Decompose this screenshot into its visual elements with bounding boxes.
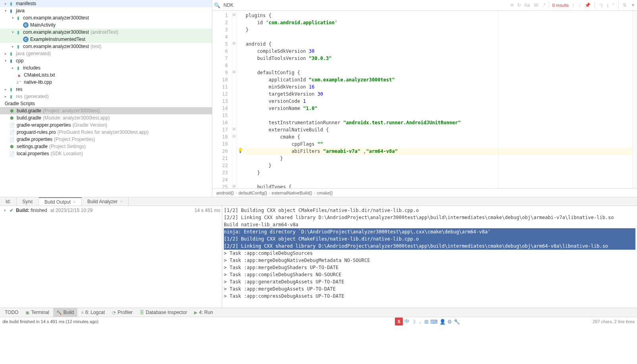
words-icon[interactable]: W (534, 2, 538, 8)
tree-build-gradle-project[interactable]: ⬢build.gradle(Project: analyzer3000test) (0, 107, 212, 114)
tab-profiler[interactable]: ◔Profiler (109, 308, 136, 317)
tab-todo[interactable]: TODO (2, 308, 21, 317)
terminal-icon: ▣ (25, 310, 29, 315)
gradle-icon: ⬢ (9, 115, 15, 121)
ime-grid-icon[interactable]: ⊞ (424, 319, 429, 325)
ime-comma-icon[interactable]: ， (418, 318, 423, 325)
file-icon: 📄 (9, 129, 15, 135)
tree-includes[interactable]: ▸▮includes (0, 64, 212, 71)
build-duration: 14 s 481 ms (194, 208, 220, 213)
filter-icon[interactable]: ▼ (631, 2, 635, 8)
gradle-icon: ⬢ (9, 108, 15, 114)
tree-pkg-androidtest[interactable]: ▾▮com.example.analyzer3000test(androidTe… (0, 29, 212, 36)
crumb-android[interactable]: android{} (216, 191, 234, 195)
gradle-icon: ⬢ (9, 143, 15, 150)
tree-pkg-test[interactable]: ▸▮com.example.analyzer3000test(test) (0, 43, 212, 50)
close-icon[interactable]: × (73, 199, 76, 205)
cpp-icon: c⁺ (16, 79, 22, 85)
tree-nativelib[interactable]: c⁺native-lib.cpp (0, 79, 212, 86)
error-stripe[interactable] (632, 11, 637, 188)
select-all-icon-2[interactable]: ⸢ (612, 2, 614, 8)
tree-res[interactable]: ▸▮res (0, 86, 212, 93)
results-count: 0 results (552, 3, 569, 8)
tab-database[interactable]: 🗄Database Inspector (137, 308, 190, 317)
profiler-icon: ◔ (112, 310, 116, 315)
annotation-gutter: 💡 (237, 11, 243, 188)
crumb-defaultconfig[interactable]: defaultConfig{} (239, 191, 267, 195)
status-bar: dle build finished in 14 s 491 ms (12 mi… (0, 317, 637, 326)
project-tree[interactable]: ▸▮manifests ▾▮java ▾▮com.example.analyze… (0, 0, 212, 197)
code-editor[interactable]: 1234567891011121314151617181920212223242… (212, 11, 637, 188)
tab-logcat[interactable]: ≡6: Logcat (78, 308, 108, 317)
selection-info: 297 chars, 2 line brea (593, 319, 635, 324)
ime-indicator[interactable]: S (395, 318, 403, 325)
line-gutter: 1234567891011121314151617181920212223242… (212, 11, 232, 188)
logcat-icon: ≡ (81, 310, 84, 315)
fold-gutter[interactable]: ⊟⊟⊟⊟⊟⊟ (232, 11, 237, 188)
tree-gradle-scripts[interactable]: Gradle Scripts (0, 100, 212, 107)
hammer-icon: 🔨 (56, 310, 62, 315)
cmake-icon: ▲ (16, 72, 22, 78)
tree-gradle-props[interactable]: 📄gradle.properties(Project Properties) (0, 136, 212, 143)
props-icon: 📄 (9, 150, 15, 157)
tab-sync[interactable]: Sync (17, 197, 39, 206)
tree-java-gen[interactable]: ▸▮java(generated) (0, 50, 212, 57)
build-console[interactable]: [1/2] Building CXX object CMakeFiles/nat… (222, 206, 637, 308)
build-tabs: Id: Sync Build Output× Build Analyzer× (0, 197, 637, 206)
pin-icon[interactable]: 📌 (585, 2, 591, 8)
find-bar: 🔍 ✕ ↻ Aa W .* 0 results ↑ ↓ 📌 ⁺⸠ ⸡ ⸢ ⇅ (212, 0, 637, 11)
select-all-icon[interactable]: ⸡ (607, 2, 608, 8)
close-icon[interactable]: × (120, 199, 123, 204)
tree-instrtest[interactable]: CExampleInstrumentedTest (0, 36, 212, 43)
tab-build-analyzer[interactable]: Build Analyzer× (82, 197, 129, 206)
history-icon[interactable]: ↻ (517, 2, 521, 8)
clear-search-icon[interactable]: ✕ (510, 2, 514, 8)
tool-window-bar: TODO ▣Terminal 🔨Build ≡6: Logcat ◔Profil… (0, 308, 637, 317)
tab-build[interactable]: 🔨Build (53, 308, 77, 317)
add-selection-icon[interactable]: ⁺⸠ (599, 2, 603, 8)
breadcrumbs[interactable]: android{}› defaultConfig{}› externalNati… (212, 188, 637, 197)
prev-match-icon[interactable]: ↑ (572, 2, 574, 8)
search-icon: 🔍 (214, 2, 220, 8)
regex-icon[interactable]: .* (543, 2, 546, 8)
build-tree[interactable]: ▾ ✔ Build: finished at 2023/12/15 10:29 … (0, 206, 222, 308)
tree-res-gen[interactable]: ▸▮res(generated) (0, 93, 212, 100)
ime-moon-icon[interactable]: ☽ (411, 319, 416, 325)
tab-id[interactable]: Id: (0, 197, 17, 206)
ime-person-icon[interactable]: 👤 (439, 319, 446, 325)
tree-mainactivity[interactable]: CMainActivity (0, 21, 212, 29)
crumb-cmake[interactable]: cmake{} (317, 191, 333, 195)
tree-gradle-wrapper[interactable]: 📄gradle-wrapper.properties(Gradle Versio… (0, 121, 212, 129)
tree-build-gradle-module[interactable]: ⬢build.gradle(Module: analyzer3000test.a… (0, 114, 212, 121)
status-message: dle build finished in 14 s 491 ms (12 mi… (2, 319, 98, 324)
next-match-icon[interactable]: ↓ (578, 2, 581, 8)
tree-local-props[interactable]: 📄local.properties(SDK Location) (0, 150, 212, 157)
ime-chinese[interactable]: 中 (404, 318, 410, 325)
success-icon: ✔ (10, 208, 13, 213)
settings-icon[interactable]: ⇅ (623, 2, 627, 8)
tree-pkg-main[interactable]: ▾▮com.example.analyzer3000test (0, 14, 212, 21)
tree-settings-gradle[interactable]: ⬢settings.gradle(Project Settings) (0, 143, 212, 150)
tab-run[interactable]: ▶4: Run (191, 308, 216, 317)
tree-cmakelists[interactable]: ▲CMakeLists.txt (0, 71, 212, 79)
match-case-icon[interactable]: Aa (524, 2, 530, 8)
search-input[interactable] (223, 2, 507, 8)
ime-keyboard-icon[interactable]: ⌨ (430, 319, 438, 325)
crumb-extnative[interactable]: externalNativeBuild{} (272, 191, 312, 195)
right-margin (498, 11, 498, 188)
ime-gear-icon[interactable]: ⚙ (447, 319, 452, 325)
ime-wrench-icon[interactable]: 🔧 (454, 319, 460, 325)
database-icon: 🗄 (140, 310, 144, 315)
tree-manifests[interactable]: ▸▮manifests (0, 0, 212, 7)
tree-java[interactable]: ▾▮java (0, 7, 212, 14)
tab-terminal[interactable]: ▣Terminal (22, 308, 52, 317)
props-icon: 📄 (9, 122, 15, 128)
tab-build-output[interactable]: Build Output× (39, 197, 82, 206)
run-icon: ▶ (194, 310, 197, 315)
code-area[interactable]: plugins { id 'com.android.application'}a… (243, 11, 632, 188)
tree-proguard[interactable]: 📄proguard-rules.pro(ProGuard Rules for a… (0, 129, 212, 136)
tree-cpp[interactable]: ▾▮cpp (0, 57, 212, 64)
props-icon: 📄 (9, 136, 15, 143)
